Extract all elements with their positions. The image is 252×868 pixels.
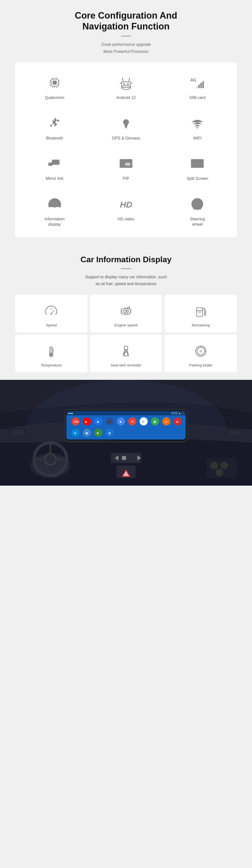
page-wrapper: Core Configuration And Navigation Functi… bbox=[0, 0, 252, 486]
svg-rect-24 bbox=[198, 85, 200, 88]
engine-icon bbox=[117, 302, 135, 320]
svg-text:▶: ▶ bbox=[85, 420, 88, 423]
svg-point-69 bbox=[128, 307, 130, 309]
car-info-divider bbox=[121, 268, 131, 269]
svg-point-93 bbox=[45, 454, 56, 465]
steering-icon bbox=[187, 194, 208, 214]
feature-split: Split Screen bbox=[163, 151, 232, 184]
svg-point-51 bbox=[196, 203, 199, 206]
seatbelt-icon bbox=[117, 342, 135, 360]
pip-icon bbox=[116, 153, 136, 174]
svg-text:4G: 4G bbox=[190, 78, 196, 83]
wifi-icon bbox=[187, 113, 208, 133]
svg-text:●●◈: ●●◈ bbox=[68, 412, 73, 414]
info-engine: Engine speed bbox=[90, 295, 162, 332]
info-temperature: Temperature bbox=[15, 335, 88, 372]
dashboard-environment: ●●◈ 15:31 ▲⬛ Chr ▶ ◉ ⬛ ◆ M bbox=[0, 380, 252, 486]
title-divider bbox=[121, 36, 131, 36]
feature-label-info-display: Information display bbox=[44, 217, 65, 227]
svg-rect-26 bbox=[202, 81, 204, 88]
svg-rect-141 bbox=[122, 456, 126, 460]
svg-point-29 bbox=[50, 125, 52, 127]
svg-point-21 bbox=[122, 78, 123, 79]
info-parking: Parking brake bbox=[164, 335, 237, 372]
svg-text:⊞: ⊞ bbox=[74, 432, 76, 434]
svg-rect-107 bbox=[66, 411, 186, 415]
svg-rect-33 bbox=[52, 160, 59, 164]
svg-text:15:31 ▲⬛: 15:31 ▲⬛ bbox=[171, 411, 184, 415]
svg-text:◈: ◈ bbox=[176, 420, 179, 423]
svg-text:G: G bbox=[142, 420, 145, 423]
svg-line-53 bbox=[51, 310, 54, 314]
info-label-parking: Parking brake bbox=[189, 363, 213, 367]
svg-point-148 bbox=[220, 462, 228, 469]
svg-rect-15 bbox=[122, 82, 130, 88]
mirror-icon bbox=[44, 153, 65, 174]
car-info-section: Car Information Display Support to displ… bbox=[0, 245, 252, 380]
svg-text:Chr: Chr bbox=[74, 420, 79, 423]
info-grid: Speed bbox=[15, 295, 237, 372]
svg-text:◐: ◐ bbox=[97, 432, 99, 434]
svg-rect-71 bbox=[198, 311, 201, 313]
info-label-seatbelt: Seat belt reminder bbox=[111, 363, 141, 367]
svg-point-147 bbox=[211, 462, 218, 469]
feature-label-qualcomm: Qualcomm bbox=[45, 95, 64, 100]
feature-info-display: Information display bbox=[20, 191, 89, 230]
svg-text:▣: ▣ bbox=[154, 420, 156, 423]
car-info-title: Car Information Display bbox=[15, 255, 237, 264]
feature-label-gps: GPS & Glonass bbox=[112, 136, 140, 141]
svg-point-31 bbox=[125, 121, 127, 123]
svg-text:◎: ◎ bbox=[165, 420, 167, 423]
feature-label-mirror: Mirror link bbox=[46, 176, 63, 181]
svg-point-28 bbox=[57, 120, 59, 122]
feature-bluetooth: Bluetooth bbox=[20, 111, 89, 144]
info-label-speed: Speed bbox=[46, 323, 57, 327]
feature-label-sim: SIM card bbox=[189, 95, 206, 100]
svg-point-17 bbox=[123, 83, 125, 85]
svg-rect-25 bbox=[200, 83, 202, 88]
feature-label-wifi: WIFI bbox=[193, 136, 201, 141]
info-seatbelt: Seat belt reminder bbox=[90, 335, 162, 372]
info-speed: Speed bbox=[15, 295, 88, 332]
feature-sim: 4G SIM card bbox=[163, 70, 232, 103]
4g-icon: 4G bbox=[187, 72, 208, 93]
gps-icon bbox=[116, 113, 136, 133]
feature-label-pip: PIP bbox=[123, 176, 129, 181]
svg-rect-59 bbox=[124, 310, 126, 312]
thermometer-icon bbox=[42, 342, 60, 360]
svg-point-32 bbox=[196, 127, 198, 128]
feature-label-steering: Steering wheel bbox=[190, 217, 205, 227]
feature-hd-video: HD HD video bbox=[92, 191, 160, 230]
car-photo-section: ●●◈ 15:31 ▲⬛ Chr ▶ ◉ ⬛ ◆ M bbox=[0, 380, 252, 486]
speed-icon bbox=[42, 302, 60, 320]
android-icon bbox=[116, 72, 136, 93]
feature-mirror: Mirror link bbox=[20, 151, 89, 184]
svg-point-54 bbox=[51, 313, 52, 315]
chip-icon bbox=[44, 72, 65, 93]
svg-text:▣: ▣ bbox=[86, 432, 88, 434]
feature-label-hd-video: HD video bbox=[118, 217, 134, 222]
info-label-remaining: Remaining bbox=[192, 323, 210, 327]
hd-icon: HD bbox=[116, 194, 136, 214]
svg-rect-27 bbox=[196, 86, 198, 88]
info-label-temperature: Temperature bbox=[40, 363, 62, 367]
feature-steering: Steering wheel bbox=[163, 191, 232, 230]
feature-label-bluetooth: Bluetooth bbox=[46, 136, 63, 141]
feature-android: Android 12 bbox=[92, 70, 160, 103]
feature-wifi: WIFI bbox=[163, 111, 232, 144]
fuel-icon bbox=[192, 302, 210, 320]
split-icon bbox=[187, 153, 208, 174]
svg-point-84 bbox=[199, 350, 202, 352]
svg-point-149 bbox=[216, 469, 223, 476]
svg-rect-60 bbox=[127, 310, 128, 312]
feature-pip: PIP bbox=[92, 151, 160, 184]
features-grid: Qualcomm bbox=[20, 70, 232, 230]
parking-icon bbox=[192, 342, 210, 360]
svg-text:◉: ◉ bbox=[97, 420, 99, 423]
feature-gps: GPS & Glonass bbox=[92, 111, 160, 144]
feature-label-android: Android 12 bbox=[116, 95, 135, 100]
svg-point-45 bbox=[54, 206, 56, 208]
svg-rect-1 bbox=[53, 81, 57, 85]
main-title: Core Configuration And Navigation Functi… bbox=[15, 10, 237, 32]
svg-text:M: M bbox=[131, 420, 133, 423]
